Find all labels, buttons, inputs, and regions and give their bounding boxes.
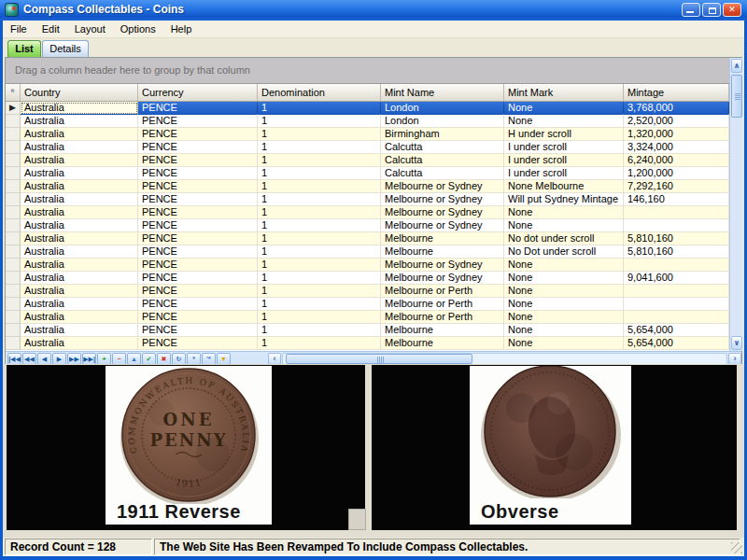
- cell-mint-name[interactable]: Melbourne or Perth: [381, 311, 504, 324]
- cell-currency[interactable]: PENCE: [138, 154, 258, 167]
- cell-mint-mark[interactable]: No Dot under scroll: [504, 245, 624, 259]
- row-indicator[interactable]: [6, 337, 21, 350]
- cell-currency[interactable]: PENCE: [138, 167, 258, 180]
- cell-mint-name[interactable]: Melbourne: [381, 324, 504, 337]
- cell-country[interactable]: Australia: [21, 115, 138, 128]
- cell-mint-mark[interactable]: None: [504, 102, 624, 115]
- cell-mint-name[interactable]: Birmingham: [381, 128, 504, 141]
- cell-mintage[interactable]: [624, 285, 729, 298]
- cell-mint-name[interactable]: Calcutta: [381, 167, 504, 180]
- cell-currency[interactable]: PENCE: [138, 311, 258, 324]
- cell-mintage[interactable]: 146,160: [624, 193, 729, 206]
- cell-mint-name[interactable]: Melbourne: [381, 232, 504, 245]
- cell-mintage[interactable]: 5,810,160: [624, 245, 729, 259]
- tab-list[interactable]: List: [7, 40, 41, 57]
- cell-mint-name[interactable]: Calcutta: [381, 141, 504, 154]
- cell-mint-mark[interactable]: I under scroll: [504, 141, 624, 154]
- cell-mint-mark[interactable]: None: [504, 285, 624, 298]
- vertical-scroll-thumb[interactable]: [731, 75, 742, 118]
- row-indicator[interactable]: [6, 298, 21, 311]
- cell-currency[interactable]: PENCE: [138, 206, 258, 219]
- cell-currency[interactable]: PENCE: [138, 232, 258, 245]
- cell-mintage[interactable]: 5,810,160: [624, 232, 729, 245]
- resize-grip[interactable]: [731, 542, 742, 553]
- column-header-country[interactable]: Country: [21, 84, 138, 102]
- column-header-mint-name[interactable]: Mint Name: [381, 84, 504, 102]
- cell-mint-mark[interactable]: None: [504, 337, 624, 350]
- menu-file[interactable]: File: [3, 21, 35, 36]
- cell-country[interactable]: Australia: [21, 128, 138, 141]
- cell-country[interactable]: Australia: [21, 154, 138, 167]
- cell-denomination[interactable]: 1: [258, 337, 381, 350]
- cell-denomination[interactable]: 1: [258, 180, 381, 193]
- row-indicator[interactable]: [6, 324, 21, 337]
- cell-mint-mark[interactable]: I under scroll: [504, 154, 624, 167]
- cell-denomination[interactable]: 1: [258, 324, 381, 337]
- cell-denomination[interactable]: 1: [258, 259, 381, 272]
- row-indicator[interactable]: [6, 311, 21, 324]
- current-row-indicator[interactable]: ▶: [6, 102, 21, 115]
- row-indicator[interactable]: [6, 128, 21, 141]
- row-indicator[interactable]: [6, 180, 21, 193]
- cell-mintage[interactable]: 1,200,000: [624, 167, 729, 180]
- cell-mintage[interactable]: 7,292,160: [624, 180, 729, 193]
- cell-denomination[interactable]: 1: [258, 232, 381, 245]
- cell-currency[interactable]: PENCE: [138, 102, 258, 115]
- close-button[interactable]: ✕: [723, 3, 741, 17]
- cell-denomination[interactable]: 1: [258, 272, 381, 285]
- cell-currency[interactable]: PENCE: [138, 128, 258, 141]
- row-indicator[interactable]: [6, 232, 21, 245]
- cell-denomination[interactable]: 1: [258, 115, 381, 128]
- minimize-button[interactable]: [682, 3, 700, 17]
- cell-denomination[interactable]: 1: [258, 167, 381, 180]
- cell-denomination[interactable]: 1: [258, 102, 381, 115]
- row-indicator-header[interactable]: *: [6, 84, 21, 102]
- cell-country[interactable]: Australia: [21, 337, 138, 350]
- cell-mint-name[interactable]: Melbourne or Sydney: [381, 206, 504, 219]
- cell-mint-name[interactable]: Melbourne or Sydney: [381, 259, 504, 272]
- row-indicator[interactable]: [6, 245, 21, 259]
- cell-mint-name[interactable]: Melbourne or Perth: [381, 285, 504, 298]
- cell-currency[interactable]: PENCE: [138, 245, 258, 259]
- cell-mint-mark[interactable]: None: [504, 259, 624, 272]
- cell-mint-name[interactable]: Melbourne or Sydney: [381, 180, 504, 193]
- cell-currency[interactable]: PENCE: [138, 285, 258, 298]
- cell-denomination[interactable]: 1: [258, 311, 381, 324]
- cell-country[interactable]: Australia: [21, 102, 138, 115]
- cell-mint-name[interactable]: Melbourne: [381, 245, 504, 259]
- column-header-currency[interactable]: Currency: [138, 84, 258, 102]
- cell-currency[interactable]: PENCE: [138, 193, 258, 206]
- row-indicator[interactable]: [6, 167, 21, 180]
- cell-mintage[interactable]: 3,768,000: [624, 102, 729, 115]
- menu-options[interactable]: Options: [113, 21, 163, 36]
- tab-details[interactable]: Details: [42, 40, 89, 57]
- menu-layout[interactable]: Layout: [67, 21, 113, 36]
- cell-denomination[interactable]: 1: [258, 298, 381, 311]
- cell-mint-name[interactable]: Melbourne or Sydney: [381, 193, 504, 206]
- cell-currency[interactable]: PENCE: [138, 180, 258, 193]
- row-indicator[interactable]: [6, 206, 21, 219]
- cell-mint-mark[interactable]: I under scroll: [504, 167, 624, 180]
- cell-mintage[interactable]: [624, 311, 729, 324]
- cell-country[interactable]: Australia: [21, 141, 138, 154]
- cell-mintage[interactable]: 3,324,000: [624, 141, 729, 154]
- cell-mint-mark[interactable]: No dot under scroll: [504, 232, 624, 245]
- cell-currency[interactable]: PENCE: [138, 219, 258, 232]
- cell-mint-mark[interactable]: None Melbourne: [504, 180, 624, 193]
- cell-mintage[interactable]: 5,654,000: [624, 337, 729, 350]
- cell-currency[interactable]: PENCE: [138, 324, 258, 337]
- horizontal-scroll-thumb[interactable]: [286, 354, 472, 364]
- cell-mint-name[interactable]: London: [381, 115, 504, 128]
- cell-mint-mark[interactable]: None: [504, 298, 624, 311]
- cell-denomination[interactable]: 1: [258, 219, 381, 232]
- cell-mint-mark[interactable]: H under scroll: [504, 128, 624, 141]
- restore-button[interactable]: [702, 3, 721, 17]
- cell-country[interactable]: Australia: [21, 180, 138, 193]
- row-indicator[interactable]: [6, 285, 21, 298]
- row-indicator[interactable]: [6, 259, 21, 272]
- row-indicator[interactable]: [6, 141, 21, 154]
- cell-denomination[interactable]: 1: [258, 128, 381, 141]
- row-indicator[interactable]: [6, 272, 21, 285]
- cell-mintage[interactable]: [624, 259, 729, 272]
- group-by-panel[interactable]: Drag a column header here to group by th…: [6, 58, 729, 84]
